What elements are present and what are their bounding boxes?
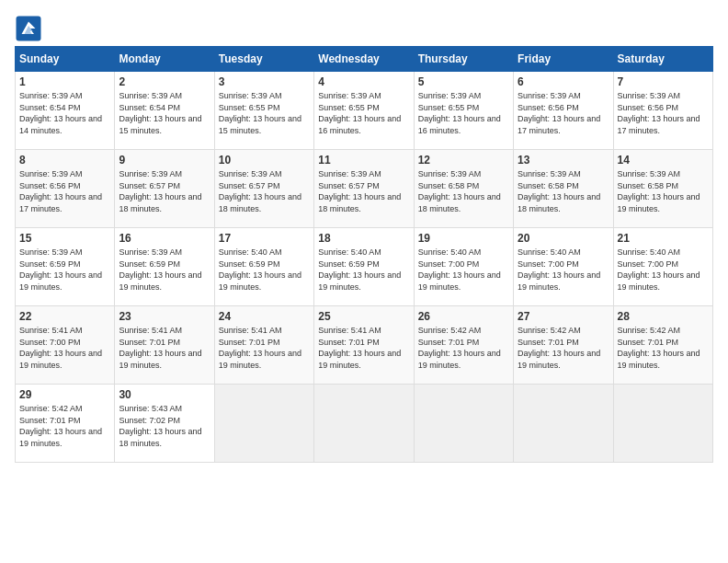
calendar-header-friday: Friday <box>514 47 613 72</box>
day-info: Sunrise: 5:40 AMSunset: 7:00 PMDaylight:… <box>618 247 700 292</box>
day-info: Sunrise: 5:39 AMSunset: 6:59 PMDaylight:… <box>119 247 201 292</box>
day-number: 14 <box>618 154 709 167</box>
day-info: Sunrise: 5:39 AMSunset: 6:58 PMDaylight:… <box>418 169 501 213</box>
day-info: Sunrise: 5:39 AMSunset: 6:56 PMDaylight:… <box>518 91 600 135</box>
calendar-cell: 23 Sunrise: 5:41 AMSunset: 7:01 PMDaylig… <box>115 306 214 385</box>
day-number: 5 <box>418 75 509 88</box>
calendar-header-saturday: Saturday <box>613 47 712 72</box>
day-info: Sunrise: 5:42 AMSunset: 7:01 PMDaylight:… <box>418 326 501 370</box>
calendar-cell: 19 Sunrise: 5:40 AMSunset: 7:00 PMDaylig… <box>414 228 513 306</box>
day-info: Sunrise: 5:39 AMSunset: 6:54 PMDaylight:… <box>19 91 102 135</box>
calendar-header-row: SundayMondayTuesdayWednesdayThursdayFrid… <box>16 47 713 72</box>
calendar-cell: 10 Sunrise: 5:39 AMSunset: 6:57 PMDaylig… <box>214 150 313 228</box>
day-number: 28 <box>618 310 709 323</box>
day-number: 3 <box>219 75 310 88</box>
calendar-cell: 15 Sunrise: 5:39 AMSunset: 6:59 PMDaylig… <box>16 228 115 306</box>
day-info: Sunrise: 5:40 AMSunset: 6:59 PMDaylight:… <box>219 247 301 292</box>
day-number: 29 <box>19 388 110 401</box>
day-info: Sunrise: 5:39 AMSunset: 6:58 PMDaylight:… <box>518 169 600 213</box>
calendar-cell: 18 Sunrise: 5:40 AMSunset: 6:59 PMDaylig… <box>314 228 414 306</box>
day-number: 2 <box>119 75 210 88</box>
day-info: Sunrise: 5:39 AMSunset: 6:57 PMDaylight:… <box>318 169 401 213</box>
day-info: Sunrise: 5:39 AMSunset: 6:59 PMDaylight:… <box>19 247 102 292</box>
day-number: 26 <box>418 310 509 323</box>
day-number: 24 <box>219 310 310 323</box>
day-number: 20 <box>518 232 609 245</box>
calendar-cell: 9 Sunrise: 5:39 AMSunset: 6:57 PMDayligh… <box>115 150 214 228</box>
calendar-week-row: 1 Sunrise: 5:39 AMSunset: 6:54 PMDayligh… <box>16 72 713 150</box>
calendar-table: SundayMondayTuesdayWednesdayThursdayFrid… <box>15 46 713 463</box>
day-info: Sunrise: 5:40 AMSunset: 7:00 PMDaylight:… <box>418 247 501 292</box>
calendar-week-row: 29 Sunrise: 5:42 AMSunset: 7:01 PMDaylig… <box>16 385 713 463</box>
day-number: 1 <box>19 75 110 88</box>
calendar-body: 1 Sunrise: 5:39 AMSunset: 6:54 PMDayligh… <box>16 72 713 463</box>
day-number: 11 <box>318 154 409 167</box>
day-number: 18 <box>318 232 409 245</box>
page-header <box>15 15 713 42</box>
calendar-cell: 14 Sunrise: 5:39 AMSunset: 6:58 PMDaylig… <box>613 150 712 228</box>
calendar-cell <box>414 385 513 463</box>
calendar-cell: 4 Sunrise: 5:39 AMSunset: 6:55 PMDayligh… <box>314 72 414 150</box>
day-info: Sunrise: 5:41 AMSunset: 7:01 PMDaylight:… <box>318 326 401 370</box>
day-number: 12 <box>418 154 509 167</box>
day-number: 4 <box>318 75 409 88</box>
day-number: 6 <box>518 75 609 88</box>
calendar-cell: 28 Sunrise: 5:42 AMSunset: 7:01 PMDaylig… <box>613 306 712 385</box>
calendar-header-sunday: Sunday <box>16 47 115 72</box>
day-info: Sunrise: 5:39 AMSunset: 6:55 PMDaylight:… <box>418 91 501 135</box>
day-info: Sunrise: 5:39 AMSunset: 6:58 PMDaylight:… <box>618 169 700 213</box>
day-number: 13 <box>518 154 609 167</box>
calendar-header-tuesday: Tuesday <box>214 47 313 72</box>
day-number: 17 <box>219 232 310 245</box>
day-number: 16 <box>119 232 210 245</box>
day-number: 19 <box>418 232 509 245</box>
calendar-cell: 25 Sunrise: 5:41 AMSunset: 7:01 PMDaylig… <box>314 306 414 385</box>
calendar-cell: 24 Sunrise: 5:41 AMSunset: 7:01 PMDaylig… <box>214 306 313 385</box>
day-info: Sunrise: 5:40 AMSunset: 6:59 PMDaylight:… <box>318 247 401 292</box>
day-number: 23 <box>119 310 210 323</box>
day-info: Sunrise: 5:39 AMSunset: 6:54 PMDaylight:… <box>119 91 201 135</box>
calendar-cell: 20 Sunrise: 5:40 AMSunset: 7:00 PMDaylig… <box>514 228 613 306</box>
calendar-header-thursday: Thursday <box>414 47 513 72</box>
calendar-cell: 8 Sunrise: 5:39 AMSunset: 6:56 PMDayligh… <box>16 150 115 228</box>
calendar-cell: 16 Sunrise: 5:39 AMSunset: 6:59 PMDaylig… <box>115 228 214 306</box>
day-info: Sunrise: 5:39 AMSunset: 6:55 PMDaylight:… <box>219 91 301 135</box>
logo-icon <box>15 15 42 42</box>
calendar-cell <box>613 385 712 463</box>
day-number: 25 <box>318 310 409 323</box>
calendar-cell: 30 Sunrise: 5:43 AMSunset: 7:02 PMDaylig… <box>115 385 214 463</box>
calendar-week-row: 8 Sunrise: 5:39 AMSunset: 6:56 PMDayligh… <box>16 150 713 228</box>
calendar-week-row: 22 Sunrise: 5:41 AMSunset: 7:00 PMDaylig… <box>16 306 713 385</box>
calendar-cell: 27 Sunrise: 5:42 AMSunset: 7:01 PMDaylig… <box>514 306 613 385</box>
calendar-cell: 1 Sunrise: 5:39 AMSunset: 6:54 PMDayligh… <box>16 72 115 150</box>
day-number: 21 <box>618 232 709 245</box>
calendar-cell <box>314 385 414 463</box>
calendar-cell: 3 Sunrise: 5:39 AMSunset: 6:55 PMDayligh… <box>214 72 313 150</box>
calendar-header-monday: Monday <box>115 47 214 72</box>
calendar-cell: 5 Sunrise: 5:39 AMSunset: 6:55 PMDayligh… <box>414 72 513 150</box>
calendar-week-row: 15 Sunrise: 5:39 AMSunset: 6:59 PMDaylig… <box>16 228 713 306</box>
day-number: 9 <box>119 154 210 167</box>
day-number: 22 <box>19 310 110 323</box>
day-info: Sunrise: 5:39 AMSunset: 6:57 PMDaylight:… <box>119 169 201 213</box>
calendar-cell: 11 Sunrise: 5:39 AMSunset: 6:57 PMDaylig… <box>314 150 414 228</box>
day-info: Sunrise: 5:39 AMSunset: 6:56 PMDaylight:… <box>19 169 102 213</box>
calendar-cell <box>214 385 313 463</box>
calendar-cell: 12 Sunrise: 5:39 AMSunset: 6:58 PMDaylig… <box>414 150 513 228</box>
day-number: 30 <box>119 388 210 401</box>
calendar-cell <box>514 385 613 463</box>
day-info: Sunrise: 5:39 AMSunset: 6:56 PMDaylight:… <box>618 91 700 135</box>
calendar-cell: 6 Sunrise: 5:39 AMSunset: 6:56 PMDayligh… <box>514 72 613 150</box>
day-info: Sunrise: 5:40 AMSunset: 7:00 PMDaylight:… <box>518 247 600 292</box>
day-number: 27 <box>518 310 609 323</box>
day-info: Sunrise: 5:41 AMSunset: 7:01 PMDaylight:… <box>219 326 301 370</box>
day-info: Sunrise: 5:43 AMSunset: 7:02 PMDaylight:… <box>119 404 201 448</box>
calendar-cell: 21 Sunrise: 5:40 AMSunset: 7:00 PMDaylig… <box>613 228 712 306</box>
day-info: Sunrise: 5:39 AMSunset: 6:57 PMDaylight:… <box>219 169 301 213</box>
calendar-cell: 22 Sunrise: 5:41 AMSunset: 7:00 PMDaylig… <box>16 306 115 385</box>
calendar-header-wednesday: Wednesday <box>314 47 414 72</box>
day-info: Sunrise: 5:41 AMSunset: 7:01 PMDaylight:… <box>119 326 201 370</box>
calendar-cell: 26 Sunrise: 5:42 AMSunset: 7:01 PMDaylig… <box>414 306 513 385</box>
calendar-cell: 7 Sunrise: 5:39 AMSunset: 6:56 PMDayligh… <box>613 72 712 150</box>
day-number: 15 <box>19 232 110 245</box>
